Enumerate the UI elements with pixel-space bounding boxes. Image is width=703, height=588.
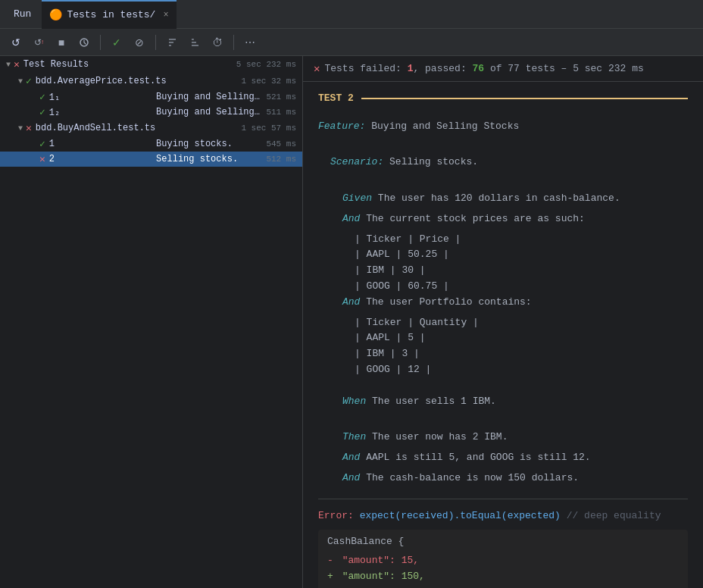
group2-arrow-icon: ▼	[18, 124, 23, 133]
right-panel: ✕ Tests failed: 1, passed: 76 of 77 test…	[303, 56, 703, 588]
root-time: 5 sec 232 ms	[236, 60, 296, 69]
and4-line: And The cash-balance is now 150 dollars.	[318, 471, 688, 486]
total-count: 77	[508, 63, 520, 74]
test2-time: 511 ms	[260, 108, 296, 117]
given-line: Given The user has 120 dollars in cash-b…	[318, 191, 688, 207]
group-averageprice[interactable]: ▼ ✓ bdd.AveragePrice.test.ts 1 sec 32 ms	[0, 73, 302, 89]
test-averageprice-2[interactable]: ✓ 1₂ Buying and Selling stocks changes t…	[0, 105, 302, 120]
main-layout: ▼ ✕ Test Results 5 sec 232 ms ▼ ✓ bdd.Av…	[0, 56, 703, 588]
tests-tab-icon: 🟠	[49, 8, 62, 21]
and1-keyword: And	[342, 213, 360, 224]
test4-time: 512 ms	[260, 155, 296, 164]
group1-time: 1 sec 32 ms	[241, 77, 296, 86]
group1-label: bdd.AveragePrice.test.ts	[36, 76, 242, 86]
rerun-failed-button[interactable]: ↺!	[29, 33, 48, 52]
diff-plus-line: + "amount": 150,	[327, 569, 679, 585]
test-label-line	[361, 98, 688, 99]
table2-row-2: | IBM | 3 |	[355, 346, 688, 362]
test1-status-icon: ✓	[39, 91, 45, 103]
test-buyandsell-2[interactable]: ✕ 2 Selling stocks. 512 ms	[0, 152, 302, 167]
toolbar-divider-3	[233, 35, 234, 50]
test-averageprice-1[interactable]: ✓ 1₁ Buying and Selling stocks changes t…	[0, 89, 302, 105]
and2-line: And The user Portfolio contains:	[318, 295, 688, 311]
and3-rest: GOOG is still 12.	[484, 452, 590, 463]
test-results-root[interactable]: ▼ ✕ Test Results 5 sec 232 ms	[0, 56, 302, 73]
test-buyandsell-1[interactable]: ✓ 1 Buying stocks. 545 ms	[0, 136, 302, 152]
table2-row-1: | AAPL | 5 |	[355, 330, 688, 346]
group2-label: bdd.BuyAndSell.test.ts	[36, 123, 242, 133]
table1: | Ticker | Price | | AAPL | 50.25 | | IB…	[318, 232, 688, 295]
diff-minus-marker: -	[327, 555, 333, 566]
test1-id: 1₁	[49, 92, 153, 103]
diff-plus-marker: +	[327, 571, 333, 582]
test2-id: 1₂	[49, 107, 153, 118]
tab-run[interactable]: Run	[6, 0, 39, 29]
test3-id: 1	[49, 139, 153, 149]
group2-time: 1 sec 57 ms	[241, 124, 296, 133]
test1-label: Buying and Selling stocks changes th…	[156, 92, 260, 102]
table2: | Ticker | Quantity | | AAPL | 5 | | IBM…	[318, 315, 688, 378]
sort-asc-button[interactable]	[162, 33, 182, 52]
root-label: Test Results	[23, 59, 236, 70]
group-buyandsell[interactable]: ▼ ✕ bdd.BuyAndSell.test.ts 1 sec 57 ms	[0, 120, 302, 136]
diff-header: CashBalance {	[327, 534, 679, 550]
feature-value: Buying and Selling Stocks	[371, 120, 519, 132]
error-keyword: Error:	[318, 510, 354, 521]
clock-button[interactable]: ⏱	[208, 33, 227, 52]
tab-tests[interactable]: 🟠 Tests in tests/ ×	[42, 0, 176, 29]
feature-keyword: Feature:	[318, 120, 365, 132]
code-content: TEST 2 Feature: Buying and Selling Stock…	[303, 82, 703, 588]
status-fail-icon: ✕	[314, 62, 320, 75]
then-line: Then The user now has 2 IBM.	[318, 430, 688, 446]
and1-line: And The current stock prices are as such…	[318, 211, 688, 227]
test2-label: Buying and Selling stocks changes th…	[156, 107, 260, 117]
tab-close-button[interactable]: ×	[163, 10, 168, 20]
rerun-button[interactable]: ↺	[6, 33, 26, 52]
left-panel: ▼ ✕ Test Results 5 sec 232 ms ▼ ✓ bdd.Av…	[0, 56, 303, 588]
cancel-button[interactable]: ⊘	[130, 33, 149, 52]
checkmark-button[interactable]: ✓	[107, 33, 127, 52]
test-status-header: ✕ Tests failed: 1, passed: 76 of 77 test…	[303, 56, 703, 82]
test4-status-icon: ✕	[39, 153, 45, 165]
table2-row-3: | GOOG | 12 |	[355, 362, 688, 378]
group1-status-icon: ✓	[26, 75, 32, 87]
stop-button[interactable]: ■	[52, 33, 71, 52]
group2-status-icon: ✕	[26, 122, 32, 134]
when-text: The user sells 1 IBM.	[372, 396, 496, 407]
diff-minus-text: "amount": 15,	[342, 555, 419, 566]
then-keyword: Then	[342, 431, 366, 443]
tab-tests-label: Tests in tests/	[67, 9, 155, 20]
error-section: Error: expect(received).toEqual(expected…	[318, 499, 688, 588]
error-line: Error: expect(received).toEqual(expected…	[318, 508, 688, 524]
feature-line: Feature: Buying and Selling Stocks	[318, 119, 688, 135]
fail-count: 1	[408, 63, 414, 74]
and3-and: and	[467, 452, 484, 463]
and1-text: The current stock prices are as such:	[366, 213, 585, 224]
test4-label: Selling stocks.	[156, 154, 260, 164]
test1-time: 521 ms	[260, 92, 296, 102]
and4-text: The cash-balance is now 150 dollars.	[366, 472, 579, 483]
tab-bar: Run 🟠 Tests in tests/ ×	[0, 0, 703, 29]
error-method: expect(received).toEqual(expected)	[360, 510, 561, 521]
pass-count: 76	[472, 63, 484, 74]
table1-row-2: | IBM | 30 |	[355, 263, 688, 279]
and3-text: AAPL is still 5,	[366, 452, 467, 463]
test-label-text: TEST 2	[318, 91, 354, 107]
and3-line: And AAPL is still 5, and GOOG is still 1…	[318, 450, 688, 466]
test4-id: 2	[49, 154, 153, 164]
coverage-button[interactable]	[74, 33, 94, 52]
given-keyword: Given	[342, 192, 372, 204]
table1-row-0: | Ticker | Price |	[355, 232, 688, 248]
test3-label: Buying stocks.	[156, 139, 260, 149]
more-button[interactable]: ⋯	[240, 33, 260, 52]
test2-status-icon: ✓	[39, 106, 45, 118]
diff-block: CashBalance { - "amount": 15, + "amount"…	[318, 530, 688, 588]
sort-desc-button[interactable]	[185, 33, 205, 52]
then-text: The user now has 2 IBM.	[372, 431, 508, 443]
given-the: The user has 120 dollars in cash-balance…	[378, 192, 620, 204]
and4-keyword: And	[342, 472, 360, 483]
root-arrow-icon: ▼	[6, 61, 11, 69]
table2-row-0: | Ticker | Quantity |	[355, 315, 688, 331]
error-comment: // deep equality	[567, 510, 661, 521]
diff-minus-line: - "amount": 15,	[327, 553, 679, 569]
